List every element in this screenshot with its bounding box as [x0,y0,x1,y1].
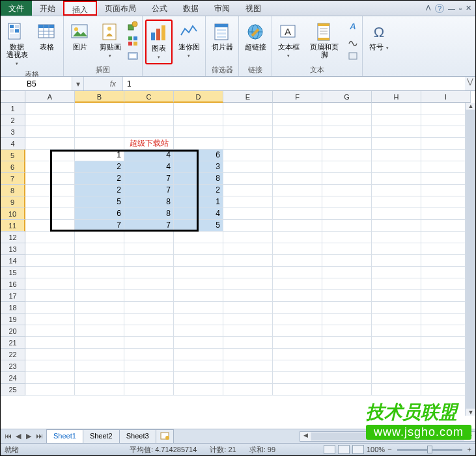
cell-E15[interactable] [223,267,273,278]
cell-E1[interactable] [223,103,273,114]
cell-C21[interactable] [124,337,174,349]
cell-E9[interactable] [223,196,273,208]
cell-F12[interactable] [273,232,322,243]
row-header-5[interactable]: 5 [1,150,25,161]
cell-D12[interactable] [174,232,223,243]
cell-C16[interactable] [124,278,174,290]
cell-I20[interactable] [421,325,471,337]
zoom-value[interactable]: 100% [367,446,385,453]
column-headers[interactable]: ABCDEFGHI [25,91,471,103]
cell-C9[interactable]: 8 [124,196,174,208]
object-icon[interactable] [346,49,359,62]
cell-C24[interactable] [124,372,174,384]
cell-C12[interactable] [124,232,174,243]
cell-B20[interactable] [75,325,124,337]
zoom-out-icon[interactable]: − [387,446,391,453]
name-box[interactable]: B5 [1,77,72,90]
cell-D20[interactable] [174,325,223,337]
scroll-down-icon[interactable]: ▼ [466,409,475,416]
cell-H11[interactable] [372,220,421,232]
cell-F23[interactable] [273,360,322,372]
cell-I12[interactable] [421,232,471,243]
cell-C18[interactable] [124,302,174,314]
cell-C23[interactable] [124,360,174,372]
cell-B22[interactable] [75,349,124,360]
cell-A2[interactable] [25,114,75,126]
cell-H15[interactable] [372,267,421,278]
cell-B23[interactable] [75,360,124,372]
row-header-17[interactable]: 17 [1,290,25,302]
cell-C3[interactable] [124,126,174,138]
scroll-up-icon[interactable]: ▲ [466,103,475,109]
cell-F16[interactable] [273,278,322,290]
view-layout-icon[interactable] [338,445,350,454]
cell-A6[interactable] [25,161,75,173]
cell-C8[interactable]: 7 [124,185,174,196]
row-header-20[interactable]: 20 [1,325,25,337]
cell-A13[interactable] [25,243,75,255]
cell-H13[interactable] [372,243,421,255]
cell-A22[interactable] [25,349,75,360]
cell-G8[interactable] [322,185,372,196]
cell-D24[interactable] [174,372,223,384]
restore-icon[interactable]: ▫ [459,5,462,12]
cell-H2[interactable] [372,114,421,126]
cell-E13[interactable] [223,243,273,255]
cell-F20[interactable] [273,325,322,337]
cell-B16[interactable] [75,278,124,290]
cell-A18[interactable] [25,302,75,314]
cell-F25[interactable] [273,384,322,396]
cell-E17[interactable] [223,290,273,302]
zoom-in-icon[interactable]: + [468,446,471,453]
zoom-slider[interactable] [397,449,462,451]
cell-G24[interactable] [322,372,372,384]
pivot-table-button[interactable]: 数据 透视表 ▾ [3,20,31,70]
cell-H20[interactable] [372,325,421,337]
cell-D25[interactable] [174,384,223,396]
cell-G17[interactable] [322,290,372,302]
minimize-icon[interactable]: — [448,5,455,12]
cell-I9[interactable] [421,196,471,208]
cell-A17[interactable] [25,290,75,302]
cell-A3[interactable] [25,126,75,138]
row-header-9[interactable]: 9 [1,196,25,208]
name-box-dropdown[interactable]: ▾ [72,77,84,90]
cell-I25[interactable] [421,384,471,396]
row-header-2[interactable]: 2 [1,114,25,126]
cell-B21[interactable] [75,337,124,349]
signature-icon[interactable] [346,34,359,47]
view-pagebreak-icon[interactable] [352,445,364,454]
row-header-24[interactable]: 24 [1,372,25,384]
symbol-button[interactable]: Ω 符号 ▾ [365,20,393,54]
cell-H7[interactable] [372,173,421,185]
cell-I5[interactable] [421,150,471,161]
cell-I24[interactable] [421,372,471,384]
cell-A19[interactable] [25,314,75,325]
row-header-4[interactable]: 4 [1,138,25,150]
cells-area[interactable]: 超级下载站146243278272581684775 [25,103,471,396]
tab-view[interactable]: 视图 [238,1,269,16]
sheet-tab-Sheet3[interactable]: Sheet3 [119,429,156,443]
sparkline-button[interactable]: 迷你图 ▾ [175,20,203,62]
col-header-A[interactable]: A [25,91,75,103]
cell-G6[interactable] [322,161,372,173]
cell-F2[interactable] [273,114,322,126]
cell-D14[interactable] [174,255,223,267]
cell-A7[interactable] [25,173,75,185]
cell-C7[interactable]: 7 [124,173,174,185]
cell-D2[interactable] [174,114,223,126]
cell-D18[interactable] [174,302,223,314]
shapes-icon[interactable] [126,20,139,33]
cell-D1[interactable] [174,103,223,114]
cell-E24[interactable] [223,372,273,384]
cell-D23[interactable] [174,360,223,372]
formula-input[interactable]: 1 [123,77,465,90]
cell-B7[interactable]: 2 [75,173,124,185]
cell-H5[interactable] [372,150,421,161]
cell-D22[interactable] [174,349,223,360]
cell-G9[interactable] [322,196,372,208]
cell-B13[interactable] [75,243,124,255]
cell-D10[interactable]: 4 [174,208,223,220]
row-header-6[interactable]: 6 [1,161,25,173]
cell-B10[interactable]: 6 [75,208,124,220]
